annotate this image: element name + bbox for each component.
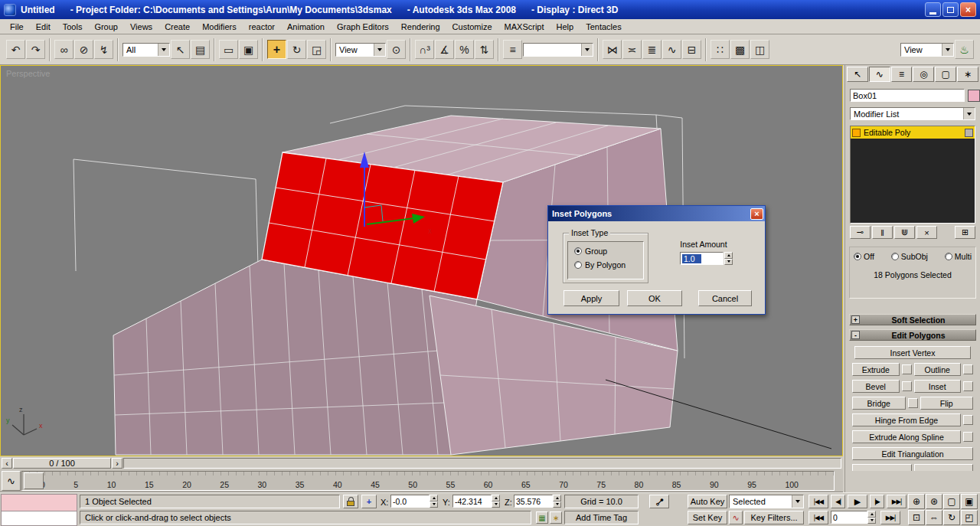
outline-settings-button[interactable] bbox=[963, 364, 973, 374]
hinge-from-edge-button[interactable]: Hinge From Edge bbox=[852, 413, 961, 426]
frame-start-icon[interactable]: |◀◀ bbox=[808, 511, 828, 524]
snaps-toggle-icon[interactable]: ∩³ bbox=[415, 40, 434, 59]
show-end-result-icon[interactable]: ‖ bbox=[872, 226, 893, 239]
undo-icon[interactable]: ↶ bbox=[6, 40, 25, 59]
dropdown-arrow-icon[interactable] bbox=[792, 495, 803, 508]
timeslider-thumb[interactable]: 0 / 100 bbox=[13, 458, 111, 469]
window-crossing-toggle-icon[interactable]: ▣ bbox=[239, 40, 258, 59]
mode-off-radio[interactable] bbox=[854, 253, 861, 260]
timeslider-track[interactable] bbox=[123, 458, 841, 469]
mode-subobj-radio[interactable] bbox=[891, 253, 899, 260]
object-name-input[interactable] bbox=[850, 89, 965, 102]
use-pivot-center-icon[interactable]: ⊙ bbox=[387, 40, 406, 59]
object-color-swatch[interactable] bbox=[968, 90, 980, 102]
layer-manager-icon[interactable]: ≣ bbox=[642, 40, 662, 59]
mode-multi-radio[interactable] bbox=[945, 253, 952, 260]
extrude-settings-button[interactable] bbox=[902, 364, 912, 374]
z-coord-spinner[interactable] bbox=[553, 495, 561, 508]
select-object-icon[interactable]: ↖ bbox=[171, 40, 190, 59]
menu-views[interactable]: Views bbox=[124, 21, 158, 33]
go-to-start-icon[interactable]: |◀◀ bbox=[808, 495, 828, 508]
utilities-tab-icon[interactable]: ∗ bbox=[957, 67, 978, 82]
bevel-settings-button[interactable] bbox=[902, 381, 912, 391]
apply-button[interactable]: Apply bbox=[564, 290, 619, 306]
arc-rotate-icon[interactable]: ↻ bbox=[943, 510, 960, 525]
go-to-end-icon[interactable]: ▶▶| bbox=[887, 495, 906, 508]
extrude-spline-settings-button[interactable] bbox=[963, 432, 973, 442]
maximize-viewport-icon[interactable]: ◰ bbox=[961, 510, 978, 525]
display-tab-icon[interactable]: ▢ bbox=[935, 67, 956, 82]
zoom-extents-all-icon[interactable]: ▣ bbox=[961, 494, 978, 509]
auto-key-button[interactable]: Auto Key bbox=[688, 495, 727, 508]
extrude-button[interactable]: Extrude bbox=[852, 363, 900, 376]
edit-triangulation-button[interactable]: Edit Triangulation bbox=[852, 447, 973, 460]
render-viewport-dropdown[interactable]: View bbox=[900, 43, 954, 57]
frame-end-icon[interactable]: ▶▶| bbox=[880, 511, 900, 524]
play-icon[interactable]: ▶ bbox=[848, 495, 867, 508]
mirror-icon[interactable]: ⋈ bbox=[603, 40, 622, 59]
pan-icon[interactable]: ⇔ bbox=[926, 510, 942, 525]
material-editor-icon[interactable]: ∷ bbox=[710, 40, 730, 59]
ok-button[interactable]: OK bbox=[627, 290, 682, 306]
menu-animation[interactable]: Animation bbox=[281, 21, 331, 33]
x-coord-input[interactable] bbox=[390, 495, 430, 508]
mini-curve-editor-icon[interactable]: ∿ bbox=[2, 471, 21, 491]
extrude-along-spline-button[interactable]: Extrude Along Spline bbox=[852, 430, 961, 443]
isolate-toggle-icon[interactable]: ∗ bbox=[550, 511, 562, 524]
zoom-all-icon[interactable]: ⊛ bbox=[926, 494, 942, 509]
inset-settings-button[interactable] bbox=[963, 381, 973, 391]
trackbar-ruler[interactable]: 0510152025303540455055606570758085909510… bbox=[21, 471, 835, 491]
dropdown-arrow-icon[interactable] bbox=[158, 44, 169, 56]
stack-item-editable-poly[interactable]: Editable Poly bbox=[851, 126, 975, 139]
align-icon[interactable]: ≍ bbox=[622, 40, 642, 59]
menu-maxscript[interactable]: MAXScript bbox=[498, 21, 550, 33]
rendered-frame-window-icon[interactable]: ◫ bbox=[750, 40, 769, 59]
by-polygon-radio[interactable] bbox=[574, 261, 582, 269]
maxscript-mini-listener-pink[interactable] bbox=[1, 494, 77, 511]
y-coord-input[interactable] bbox=[452, 495, 492, 508]
motion-tab-icon[interactable]: ◎ bbox=[913, 67, 934, 82]
clipped-button[interactable] bbox=[852, 464, 912, 471]
select-by-name-icon[interactable]: ▤ bbox=[191, 40, 210, 59]
pin-stack-icon[interactable]: ⊸ bbox=[850, 226, 871, 239]
dialog-titlebar[interactable]: Inset Polygons × bbox=[548, 206, 765, 221]
edit-polygons-rollout[interactable]: - Edit Polygons bbox=[849, 329, 976, 341]
dropdown-arrow-icon[interactable] bbox=[963, 108, 975, 119]
menu-create[interactable]: Create bbox=[158, 21, 196, 33]
render-setup-icon[interactable]: ▩ bbox=[730, 40, 750, 59]
restore-button[interactable] bbox=[942, 2, 959, 17]
select-and-move-icon[interactable]: + bbox=[267, 40, 286, 59]
rectangular-selection-region-icon[interactable]: ▭ bbox=[219, 40, 238, 59]
modifier-list-dropdown[interactable]: Modifier List bbox=[850, 107, 975, 120]
edit-named-selection-sets-icon[interactable]: ≡ bbox=[503, 40, 522, 59]
menu-customize[interactable]: Customize bbox=[446, 21, 498, 33]
hinge-settings-button[interactable] bbox=[963, 415, 973, 425]
zoom-region-icon[interactable]: ⊡ bbox=[908, 510, 925, 525]
zoom-icon[interactable]: ⊕ bbox=[908, 494, 925, 509]
mode-off[interactable]: Off bbox=[854, 252, 874, 261]
modify-tab-icon[interactable]: ∿ bbox=[869, 67, 890, 82]
x-coord-spinner[interactable] bbox=[430, 495, 438, 508]
rollout-expand-icon[interactable]: + bbox=[851, 315, 860, 324]
selection-filter-dropdown[interactable]: All bbox=[122, 43, 170, 57]
timeslider-prev-icon[interactable]: ‹ bbox=[2, 458, 12, 469]
spinner-down-icon[interactable] bbox=[724, 259, 733, 266]
menu-file[interactable]: File bbox=[4, 21, 30, 33]
menu-rendering[interactable]: Rendering bbox=[395, 21, 446, 33]
bridge-button[interactable]: Bridge bbox=[852, 397, 906, 410]
remove-modifier-icon[interactable]: × bbox=[916, 226, 937, 239]
cancel-button[interactable]: Cancel bbox=[698, 290, 752, 306]
menu-reactor[interactable]: reactor bbox=[243, 21, 281, 33]
spinner-up-icon[interactable] bbox=[724, 252, 733, 259]
menu-tools[interactable]: Tools bbox=[57, 21, 89, 33]
set-keys-button[interactable]: ⊶ bbox=[649, 495, 669, 508]
inset-amount-input[interactable]: 1.0 bbox=[680, 252, 724, 265]
create-tab-icon[interactable]: ↖ bbox=[847, 67, 868, 82]
menu-help[interactable]: Help bbox=[550, 21, 580, 33]
inset-amount-spinner[interactable] bbox=[724, 252, 733, 265]
dropdown-arrow-icon[interactable] bbox=[374, 44, 385, 56]
menu-modifiers[interactable]: Modifiers bbox=[196, 21, 243, 33]
mode-subobj[interactable]: SubObj bbox=[891, 252, 928, 261]
previous-frame-icon[interactable]: ◀| bbox=[831, 495, 845, 508]
minimize-button[interactable] bbox=[925, 2, 941, 17]
